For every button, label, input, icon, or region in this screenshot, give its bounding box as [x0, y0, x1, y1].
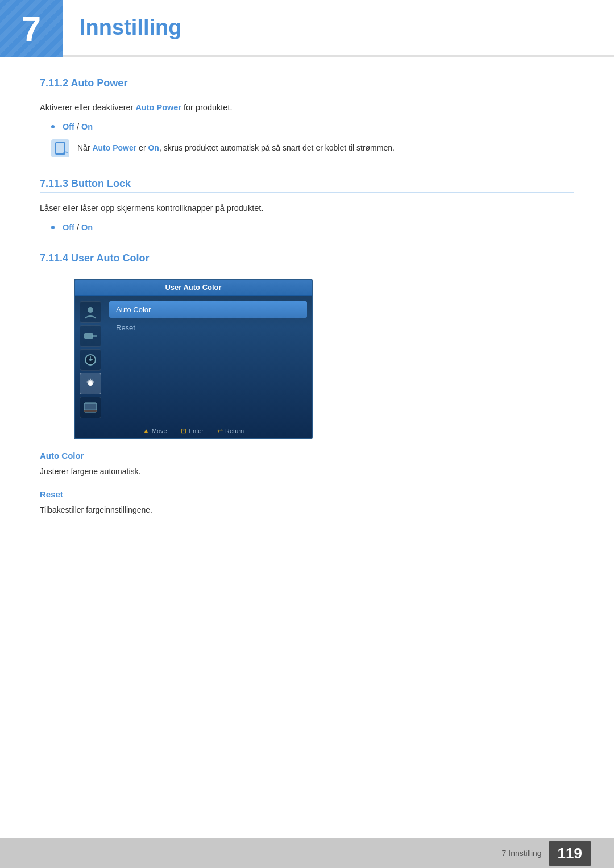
button-lock-option: Off / On [63, 223, 93, 232]
sub-heading-auto-color: Auto Color [40, 451, 574, 460]
svg-rect-1 [84, 333, 93, 339]
section-user-auto-color-heading: 7.11.4 User Auto Color [40, 252, 574, 267]
monitor-footer: ▲ Move ⊡ Enter ↩ Return [75, 423, 312, 438]
monitor-menu: Auto Color Reset [109, 301, 307, 418]
page-header: 7 Innstilling [0, 0, 614, 57]
sub-body-auto-color: Justerer fargene automatisk. [40, 465, 574, 477]
enter-icon: ⊡ [181, 427, 186, 435]
auto-power-description: Aktiverer eller deaktiverer Auto Power f… [40, 101, 574, 114]
footer-btn-move: ▲ Move [143, 427, 167, 435]
footer-btn-enter: ⊡ Enter [181, 427, 204, 435]
menu-item-reset[interactable]: Reset [109, 319, 307, 336]
page-content: 7.11.2 Auto Power Aktiverer eller deakti… [0, 77, 614, 567]
return-icon: ↩ [217, 427, 223, 435]
section-button-lock-heading: 7.11.3 Button Lock [40, 178, 574, 193]
footer-move-label: Move [152, 427, 167, 434]
menu-item-auto-color[interactable]: Auto Color [109, 301, 307, 318]
note-icon [51, 139, 69, 157]
sub-heading-reset: Reset [40, 489, 574, 499]
sidebar-icon-3 [80, 349, 101, 371]
monitor-screenshot: User Auto Color [74, 279, 313, 439]
footer-enter-label: Enter [189, 427, 204, 434]
svg-rect-2 [92, 335, 97, 337]
chapter-title: Innstilling [80, 15, 181, 40]
sidebar-icon-4 [80, 373, 101, 394]
bullet-dot-icon [51, 125, 55, 128]
svg-rect-9 [84, 410, 97, 412]
bullet-dot-icon-2 [51, 226, 55, 229]
auto-power-note: Når Auto Power er On, skrus produktet au… [51, 139, 574, 157]
footer-btn-return: ↩ Return [217, 427, 244, 435]
chapter-title-block: Innstilling [63, 0, 614, 57]
auto-power-bullet: Off / On [51, 122, 574, 131]
note-text: Når Auto Power er On, skrus produktet au… [77, 139, 395, 154]
footer-return-label: Return [225, 427, 244, 434]
sidebar-icon-1 [80, 301, 101, 323]
monitor-sidebar [80, 301, 106, 418]
button-lock-bullet: Off / On [51, 223, 574, 232]
move-icon: ▲ [143, 427, 150, 435]
footer-page-number: 119 [549, 841, 591, 866]
sidebar-icon-5 [80, 397, 101, 418]
button-lock-description: Låser eller låser opp skjermens kontroll… [40, 202, 574, 215]
sidebar-icon-2 [80, 325, 101, 347]
page-footer: 7 Innstilling 119 [0, 838, 614, 868]
svg-point-0 [88, 307, 93, 313]
chapter-number-block: 7 [0, 0, 63, 57]
auto-power-option: Off / On [63, 122, 93, 131]
footer-chapter-label: 7 Innstilling [502, 849, 542, 858]
monitor-title-bar: User Auto Color [75, 280, 312, 296]
section-auto-power-heading: 7.11.2 Auto Power [40, 77, 574, 92]
monitor-inner: Auto Color Reset [75, 296, 312, 423]
sub-body-reset: Tilbakestiller fargeinnstillingene. [40, 504, 574, 516]
chapter-number: 7 [22, 9, 41, 49]
